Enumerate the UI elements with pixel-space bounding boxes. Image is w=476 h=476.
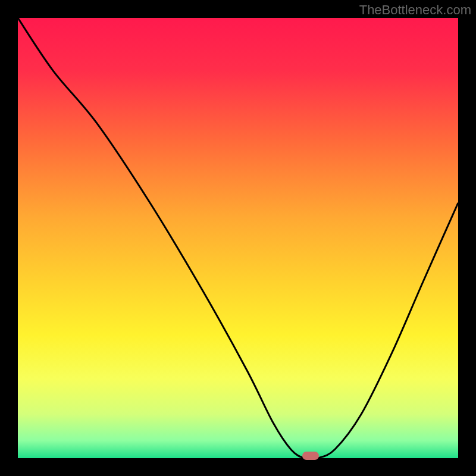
bottleneck-curve [18,18,458,458]
chart-container: TheBottleneck.com [0,0,476,476]
plot-area [18,18,458,458]
curve-path [18,18,458,458]
optimal-marker [302,452,319,460]
watermark-text: TheBottleneck.com [359,2,471,18]
